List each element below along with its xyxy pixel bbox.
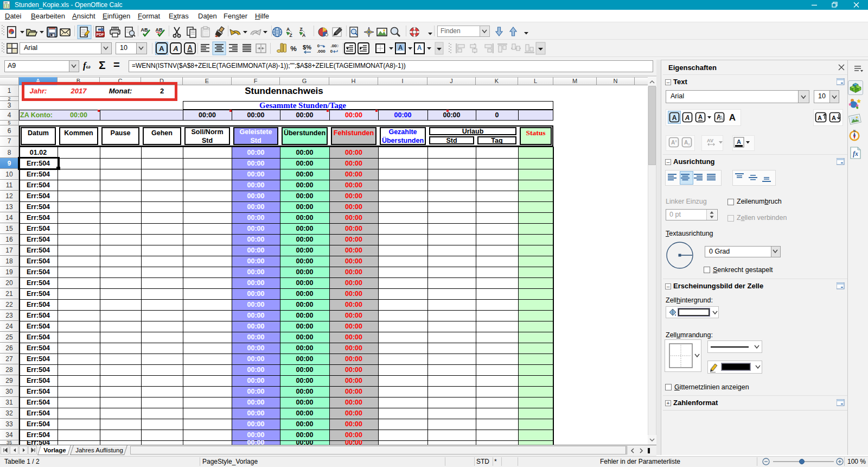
svg-text:PDF: PDF	[97, 33, 105, 36]
svg-text:A: A	[729, 112, 736, 123]
svg-text:0: 0	[330, 49, 333, 54]
svg-text:A: A	[832, 115, 836, 121]
svg-text:%: %	[290, 45, 297, 53]
svg-text:AV: AV	[707, 138, 713, 143]
svg-text:0: 0	[317, 43, 320, 48]
svg-text:A: A	[737, 138, 741, 145]
svg-text:A: A	[286, 27, 290, 32]
svg-text:A: A	[685, 114, 690, 122]
svg-text:A: A	[188, 44, 193, 52]
svg-text:$%: $%	[303, 44, 311, 51]
svg-text:A: A	[398, 44, 403, 52]
svg-text:AB: AB	[156, 27, 163, 33]
svg-text:A: A	[173, 45, 178, 53]
svg-text:AB: AB	[141, 27, 148, 33]
svg-text:A: A	[818, 115, 822, 121]
svg-text:Z: Z	[299, 27, 302, 32]
svg-text:A: A	[719, 115, 724, 122]
svg-text:A: A	[684, 140, 688, 146]
svg-text:A: A	[159, 45, 164, 53]
svg-text:.000: .000	[317, 49, 326, 54]
svg-text:x: x	[675, 139, 677, 143]
svg-text:A: A	[672, 114, 677, 122]
svg-text:A: A	[302, 33, 305, 38]
svg-text:Z: Z	[289, 33, 292, 38]
svg-text:A: A	[698, 113, 703, 120]
svg-text:N: N	[853, 129, 856, 132]
svg-text:A: A	[671, 140, 675, 146]
svg-text:A: A	[417, 44, 422, 52]
svg-text:fx: fx	[853, 150, 858, 157]
svg-text:x: x	[688, 142, 690, 146]
svg-text:0: 0	[336, 43, 339, 48]
